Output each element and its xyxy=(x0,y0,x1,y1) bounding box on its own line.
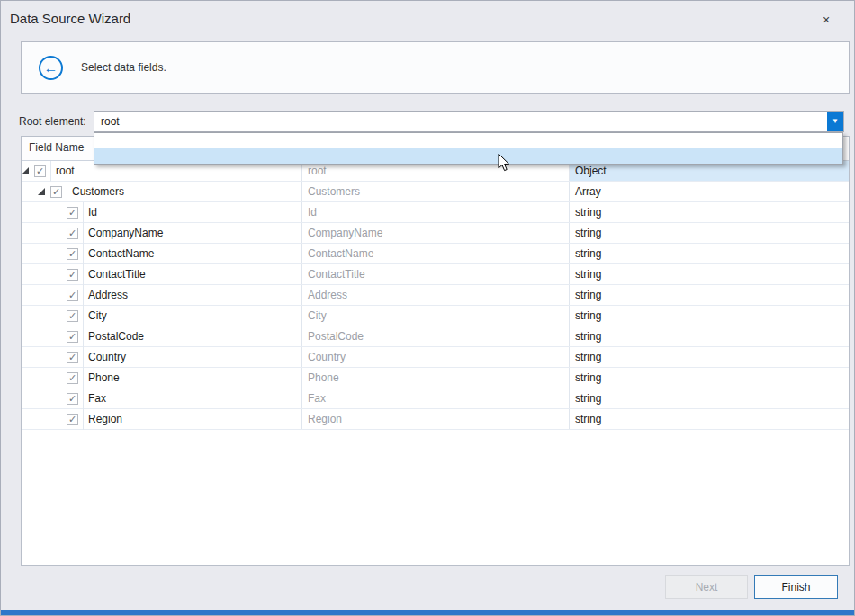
field-type-cell[interactable]: string xyxy=(570,223,849,243)
field-type-cell[interactable]: string xyxy=(570,409,849,429)
combobox-value: root xyxy=(101,112,120,131)
table-row[interactable]: ✓ Fax Fax string xyxy=(22,388,849,409)
field-type-cell[interactable]: string xyxy=(570,244,849,263)
field-name-label: Id xyxy=(83,202,97,223)
table-row[interactable]: ✓ ContactTitle ContactTitle string xyxy=(22,264,849,285)
field-type-cell[interactable]: string xyxy=(570,285,849,305)
field-name-cell: ✓ Fax xyxy=(22,388,302,408)
field-name-label: ContactName xyxy=(83,244,154,264)
checkbox[interactable]: ✓ xyxy=(67,310,78,322)
table-row[interactable]: ✓ Id Id string xyxy=(22,202,849,223)
window-bottom-border xyxy=(1,610,854,615)
field-type-cell[interactable]: string xyxy=(570,368,849,388)
checkbox[interactable]: ✓ xyxy=(67,331,78,343)
checkmark-icon: ✓ xyxy=(68,415,76,424)
checkbox[interactable]: ✓ xyxy=(50,186,62,198)
display-name-cell[interactable]: CompanyName xyxy=(302,223,570,243)
field-name-cell: ✓ Region xyxy=(22,409,302,429)
expander-icon[interactable] xyxy=(22,167,33,175)
dropdown-list-item[interactable] xyxy=(94,133,842,148)
tree-indent xyxy=(22,212,54,213)
checkbox[interactable]: ✓ xyxy=(67,228,78,239)
checkbox[interactable]: ✓ xyxy=(67,352,78,363)
tree-indent xyxy=(22,336,54,337)
grid-rows: ✓ root root Object ✓ Customers Customers… xyxy=(22,161,849,430)
checkmark-icon: ✓ xyxy=(68,290,76,299)
tree-indent xyxy=(22,378,54,379)
field-name-cell: ✓ Customers xyxy=(22,182,302,201)
wizard-instruction: Select data fields. xyxy=(81,42,166,93)
checkbox[interactable]: ✓ xyxy=(67,269,78,281)
field-name-label: Phone xyxy=(83,368,120,388)
mouse-cursor xyxy=(498,153,511,173)
finish-button[interactable]: Finish xyxy=(754,575,838,599)
dropdown-list-item[interactable] xyxy=(94,148,842,164)
fields-tree-grid: Field Name ✓ root root Object xyxy=(21,136,850,566)
field-name-cell: ✓ ContactName xyxy=(22,244,302,263)
field-name-label: City xyxy=(83,306,107,326)
table-row[interactable]: ✓ ContactName ContactName string xyxy=(22,244,849,264)
field-type-cell[interactable]: string xyxy=(570,202,849,222)
display-name-cell[interactable]: ContactName xyxy=(302,244,570,263)
field-name-label: ContactTitle xyxy=(83,264,146,285)
checkmark-icon: ✓ xyxy=(68,228,76,237)
display-name-cell[interactable]: Address xyxy=(302,285,570,305)
tree-indent xyxy=(22,274,54,275)
display-name-cell[interactable]: ContactTitle xyxy=(302,264,570,284)
field-type-cell[interactable]: string xyxy=(570,264,849,284)
table-row[interactable]: ✓ Phone Phone string xyxy=(22,368,849,388)
table-row[interactable]: ✓ CompanyName CompanyName string xyxy=(22,223,849,244)
display-name-cell[interactable]: Fax xyxy=(302,388,570,408)
field-name-label: Country xyxy=(83,347,126,368)
field-name-label: Fax xyxy=(83,388,106,409)
back-button[interactable]: ← xyxy=(39,56,63,80)
checkmark-icon: ✓ xyxy=(68,311,76,320)
field-name-cell: ✓ Country xyxy=(22,347,302,367)
table-row[interactable]: ✓ City City string xyxy=(22,306,849,326)
display-name-cell[interactable]: Id xyxy=(302,202,570,222)
display-name-cell[interactable]: Phone xyxy=(302,368,570,388)
field-type-cell[interactable]: string xyxy=(570,388,849,408)
table-row[interactable]: ✓ Customers Customers Array xyxy=(22,182,849,202)
tree-indent xyxy=(22,419,54,420)
data-source-wizard-dialog: Data Source Wizard × ← Select data field… xyxy=(0,0,855,616)
tree-indent xyxy=(22,357,54,358)
combobox-dropdown-button[interactable]: ▼ xyxy=(827,112,843,131)
field-name-label: CompanyName xyxy=(83,223,163,244)
checkbox[interactable]: ✓ xyxy=(67,414,78,425)
root-element-label: Root element: xyxy=(19,115,86,128)
field-name-cell: ✓ Phone xyxy=(22,368,302,388)
display-name-cell[interactable]: Customers xyxy=(302,182,570,201)
display-name-cell[interactable]: City xyxy=(302,306,570,326)
checkmark-icon: ✓ xyxy=(68,208,76,217)
display-name-cell[interactable]: Region xyxy=(302,409,570,429)
checkbox[interactable]: ✓ xyxy=(67,372,78,384)
root-element-combobox[interactable]: root ▼ xyxy=(94,111,844,132)
field-type-cell[interactable]: string xyxy=(570,306,849,326)
checkbox[interactable]: ✓ xyxy=(67,290,78,301)
checkbox[interactable]: ✓ xyxy=(67,393,78,405)
checkbox[interactable]: ✓ xyxy=(67,207,78,219)
field-type-cell[interactable]: string xyxy=(570,326,849,346)
checkmark-icon: ✓ xyxy=(68,353,76,362)
checkbox[interactable]: ✓ xyxy=(34,165,46,177)
field-name-label: root xyxy=(50,161,75,182)
back-arrow-icon: ← xyxy=(44,61,58,76)
display-name-cell[interactable]: Country xyxy=(302,347,570,367)
checkmark-icon: ✓ xyxy=(68,249,76,258)
checkmark-icon: ✓ xyxy=(36,166,44,175)
field-type-cell[interactable]: string xyxy=(570,347,849,367)
table-row[interactable]: ✓ Address Address string xyxy=(22,285,849,306)
tree-indent xyxy=(22,192,38,192)
checkmark-icon: ✓ xyxy=(68,332,76,341)
close-icon[interactable]: × xyxy=(816,10,836,30)
table-row[interactable]: ✓ Country Country string xyxy=(22,347,849,368)
table-row[interactable]: ✓ Region Region string xyxy=(22,409,849,430)
next-button[interactable]: Next xyxy=(665,575,748,599)
field-type-cell[interactable]: Array xyxy=(570,182,849,201)
expander-icon[interactable] xyxy=(38,188,50,196)
checkbox[interactable]: ✓ xyxy=(67,248,78,260)
display-name-cell[interactable]: PostalCode xyxy=(302,326,570,346)
table-row[interactable]: ✓ PostalCode PostalCode string xyxy=(22,326,849,347)
tree-indent xyxy=(22,233,54,234)
